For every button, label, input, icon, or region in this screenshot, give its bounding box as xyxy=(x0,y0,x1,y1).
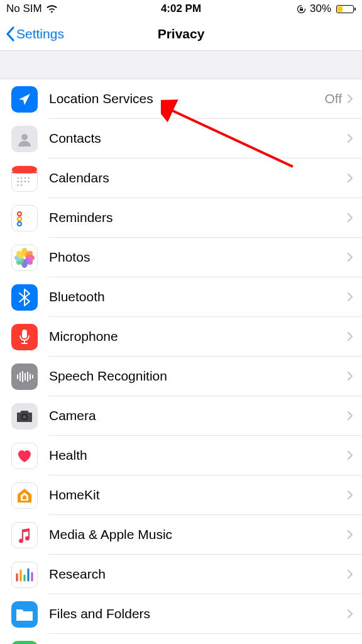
svg-point-1 xyxy=(21,134,28,140)
row-label: Contacts xyxy=(49,131,101,146)
row-reminders[interactable]: Reminders xyxy=(0,198,362,238)
svg-rect-40 xyxy=(16,613,33,621)
nav-bar: Settings Privacy xyxy=(0,18,362,50)
rotation-lock-icon xyxy=(297,4,306,14)
chevron-right-icon xyxy=(347,490,353,500)
row-value: Off xyxy=(324,91,342,106)
chevron-right-icon xyxy=(347,213,353,223)
svg-point-5 xyxy=(21,177,22,178)
status-left: No SIM xyxy=(6,3,58,15)
chevron-right-icon xyxy=(347,530,353,540)
chevron-right-icon xyxy=(347,371,353,381)
row-bluetooth[interactable]: Bluetooth xyxy=(0,277,362,317)
chevron-right-icon xyxy=(347,94,353,104)
page-title: Privacy xyxy=(158,26,205,42)
contacts-icon xyxy=(11,126,38,152)
row-label: Reminders xyxy=(49,210,113,225)
svg-point-12 xyxy=(17,184,18,186)
status-time: 4:02 PM xyxy=(161,3,201,15)
row-camera[interactable]: Camera xyxy=(0,396,362,436)
row-label: Bluetooth xyxy=(49,289,105,304)
battery-icon xyxy=(335,5,356,13)
row-location-services[interactable]: Location Services Off xyxy=(0,79,362,119)
homekit-icon xyxy=(11,482,38,509)
svg-point-10 xyxy=(25,180,26,182)
row-calendars[interactable]: Calendars xyxy=(0,158,362,198)
speech-icon xyxy=(11,364,38,390)
chevron-right-icon xyxy=(347,569,353,579)
chevron-right-icon xyxy=(347,411,353,421)
microphone-icon xyxy=(11,324,38,350)
row-label: Microphone xyxy=(49,329,118,344)
privacy-list: Location Services Off Contacts Calendars xyxy=(0,79,362,644)
svg-point-13 xyxy=(21,184,22,186)
chevron-left-icon xyxy=(5,26,15,42)
chevron-right-icon xyxy=(347,252,353,262)
back-label: Settings xyxy=(16,26,64,42)
research-icon xyxy=(11,562,38,588)
camera-icon xyxy=(11,403,38,430)
chevron-right-icon xyxy=(347,609,353,619)
row-label: Speech Recognition xyxy=(49,369,167,384)
music-icon xyxy=(11,522,38,548)
chevron-right-icon xyxy=(347,173,353,183)
location-icon xyxy=(11,86,38,113)
svg-point-11 xyxy=(28,180,30,182)
row-microphone[interactable]: Microphone xyxy=(0,317,362,357)
svg-point-8 xyxy=(17,180,18,182)
row-label: Research xyxy=(49,567,106,582)
row-research[interactable]: Research xyxy=(0,555,362,594)
row-label: Photos xyxy=(49,250,90,265)
chevron-right-icon xyxy=(347,133,353,143)
svg-point-7 xyxy=(28,177,30,178)
bluetooth-icon xyxy=(11,284,38,311)
svg-point-15 xyxy=(18,217,21,221)
svg-point-34 xyxy=(23,415,26,419)
svg-point-9 xyxy=(21,180,22,182)
row-label: Media & Apple Music xyxy=(49,527,172,542)
battery-percent: 30% xyxy=(310,3,331,15)
row-label: Calendars xyxy=(49,170,109,186)
row-label: Camera xyxy=(49,408,96,423)
svg-point-4 xyxy=(17,177,18,178)
row-media-apple-music[interactable]: Media & Apple Music xyxy=(0,515,362,555)
row-homekit[interactable]: HomeKit xyxy=(0,475,362,515)
calendar-icon xyxy=(11,165,38,192)
row-label: HomeKit xyxy=(49,487,100,502)
svg-point-6 xyxy=(25,177,26,178)
row-speech-recognition[interactable]: Speech Recognition xyxy=(0,357,362,396)
health-icon xyxy=(11,443,38,469)
status-bar: No SIM 4:02 PM 30% xyxy=(0,0,362,18)
svg-rect-25 xyxy=(22,330,27,338)
svg-point-14 xyxy=(18,212,21,216)
wifi-icon xyxy=(46,4,58,13)
row-label: Health xyxy=(49,448,87,463)
row-motion-fitness[interactable]: Motion & Fitness xyxy=(0,634,362,644)
row-label: Files and Folders xyxy=(49,606,150,621)
folder-icon xyxy=(11,601,38,628)
svg-rect-3 xyxy=(12,172,37,173)
row-contacts[interactable]: Contacts xyxy=(0,119,362,158)
chevron-right-icon xyxy=(347,292,353,302)
back-button[interactable]: Settings xyxy=(0,26,64,42)
chevron-right-icon xyxy=(347,450,353,460)
carrier-text: No SIM xyxy=(6,3,42,15)
photos-icon xyxy=(11,245,38,271)
row-files-and-folders[interactable]: Files and Folders xyxy=(0,594,362,634)
status-right: 30% xyxy=(297,3,356,15)
row-health[interactable]: Health xyxy=(0,436,362,475)
fitness-icon xyxy=(11,641,38,645)
row-label: Location Services xyxy=(49,91,153,106)
reminders-icon xyxy=(11,205,38,231)
svg-point-16 xyxy=(18,222,21,226)
section-spacer xyxy=(0,50,362,79)
chevron-right-icon xyxy=(347,331,353,341)
row-photos[interactable]: Photos xyxy=(0,238,362,277)
